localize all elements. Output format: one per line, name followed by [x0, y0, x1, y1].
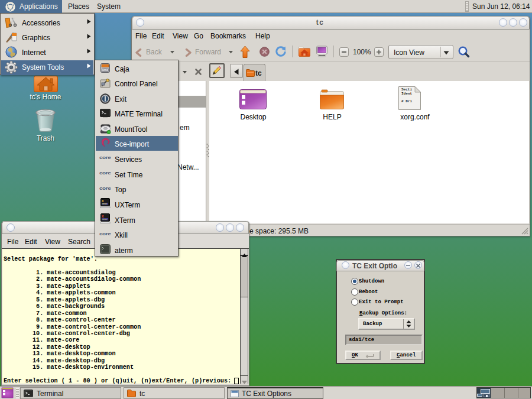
svg-text:core: core: [99, 186, 111, 191]
svg-text:core: core: [99, 155, 111, 160]
svg-text:core: core: [99, 171, 111, 176]
svg-text:TERM: TERM: [102, 218, 107, 220]
svg-text:core: core: [99, 232, 111, 236]
svg-text:TERM: TERM: [102, 203, 107, 205]
